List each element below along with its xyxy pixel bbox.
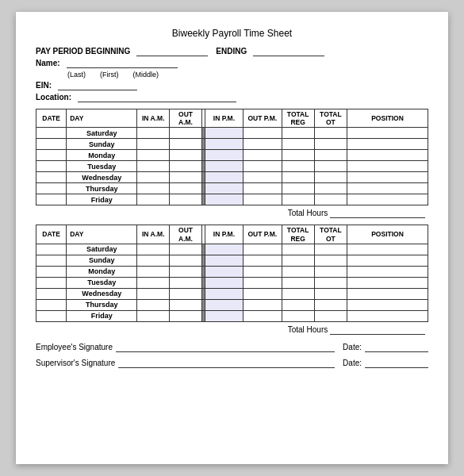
cell-out-pm-0-4[interactable] — [244, 172, 282, 183]
cell-total-reg-1-6[interactable] — [282, 310, 314, 321]
cell-position-1-5[interactable] — [347, 299, 428, 310]
cell-date-1-5[interactable] — [36, 299, 67, 310]
cell-total-ot-0-1[interactable] — [314, 139, 347, 150]
cell-out-pm-1-5[interactable] — [244, 299, 282, 310]
cell-total-reg-0-0[interactable] — [282, 128, 314, 139]
cell-total-reg-1-0[interactable] — [282, 244, 314, 255]
cell-date-1-0[interactable] — [36, 244, 67, 255]
cell-out-am-1-6[interactable] — [170, 310, 202, 321]
cell-position-1-2[interactable] — [347, 266, 428, 277]
cell-position-0-1[interactable] — [347, 139, 428, 150]
employee-date-field[interactable] — [365, 343, 428, 352]
cell-out-am-0-4[interactable] — [170, 172, 202, 183]
cell-total-ot-0-4[interactable] — [314, 172, 347, 183]
cell-out-pm-0-2[interactable] — [244, 150, 282, 161]
cell-total-reg-0-6[interactable] — [282, 194, 314, 205]
cell-total-reg-0-2[interactable] — [282, 150, 314, 161]
cell-total-reg-0-5[interactable] — [282, 183, 314, 194]
cell-in-am-1-1[interactable] — [137, 255, 170, 266]
cell-total-ot-1-3[interactable] — [314, 277, 347, 288]
cell-date-0-2[interactable] — [36, 150, 67, 161]
cell-position-0-3[interactable] — [347, 161, 428, 172]
cell-total-reg-0-4[interactable] — [282, 172, 314, 183]
cell-total-ot-1-1[interactable] — [314, 255, 347, 266]
cell-in-pm-0-4[interactable] — [205, 172, 243, 183]
cell-out-am-1-1[interactable] — [170, 255, 202, 266]
cell-in-pm-0-1[interactable] — [205, 139, 243, 150]
cell-total-ot-0-5[interactable] — [314, 183, 347, 194]
cell-total-ot-0-0[interactable] — [314, 128, 347, 139]
cell-date-1-1[interactable] — [36, 255, 67, 266]
cell-position-1-4[interactable] — [347, 288, 428, 299]
cell-date-0-0[interactable] — [36, 128, 67, 139]
cell-total-ot-1-5[interactable] — [314, 299, 347, 310]
supervisor-date-field[interactable] — [365, 359, 428, 368]
cell-in-pm-1-6[interactable] — [205, 310, 243, 321]
cell-position-0-6[interactable] — [347, 194, 428, 205]
cell-total-reg-1-5[interactable] — [282, 299, 314, 310]
cell-out-am-0-3[interactable] — [170, 161, 202, 172]
cell-total-ot-0-6[interactable] — [314, 194, 347, 205]
cell-out-am-1-3[interactable] — [170, 277, 202, 288]
cell-total-reg-1-1[interactable] — [282, 255, 314, 266]
cell-in-am-1-3[interactable] — [137, 277, 170, 288]
cell-total-ot-1-2[interactable] — [314, 266, 347, 277]
cell-out-am-0-0[interactable] — [170, 128, 202, 139]
cell-total-ot-1-6[interactable] — [314, 310, 347, 321]
cell-in-pm-1-0[interactable] — [205, 244, 243, 255]
cell-date-1-3[interactable] — [36, 277, 67, 288]
cell-in-am-0-6[interactable] — [137, 194, 170, 205]
cell-out-am-1-2[interactable] — [170, 266, 202, 277]
cell-position-0-5[interactable] — [347, 183, 428, 194]
cell-total-ot-1-4[interactable] — [314, 288, 347, 299]
cell-out-pm-1-1[interactable] — [244, 255, 282, 266]
cell-total-ot-1-0[interactable] — [314, 244, 347, 255]
cell-out-am-0-6[interactable] — [170, 194, 202, 205]
cell-in-pm-1-4[interactable] — [205, 288, 243, 299]
cell-total-ot-0-3[interactable] — [314, 161, 347, 172]
cell-out-pm-1-3[interactable] — [244, 277, 282, 288]
cell-position-0-0[interactable] — [347, 128, 428, 139]
cell-in-am-0-3[interactable] — [137, 161, 170, 172]
location-field[interactable] — [78, 93, 236, 102]
cell-out-pm-0-1[interactable] — [244, 139, 282, 150]
cell-out-am-0-5[interactable] — [170, 183, 202, 194]
cell-total-reg-1-3[interactable] — [282, 277, 314, 288]
cell-out-am-1-0[interactable] — [170, 244, 202, 255]
cell-position-1-0[interactable] — [347, 244, 428, 255]
cell-position-1-6[interactable] — [347, 310, 428, 321]
ein-field[interactable] — [58, 81, 137, 90]
cell-in-pm-1-5[interactable] — [205, 299, 243, 310]
cell-out-pm-0-6[interactable] — [244, 194, 282, 205]
cell-total-reg-1-2[interactable] — [282, 266, 314, 277]
supervisor-sig-field[interactable] — [118, 359, 335, 368]
cell-in-pm-1-3[interactable] — [205, 277, 243, 288]
cell-in-am-0-1[interactable] — [137, 139, 170, 150]
cell-date-0-4[interactable] — [36, 172, 67, 183]
pay-period-end-field[interactable] — [253, 47, 324, 56]
cell-position-1-1[interactable] — [347, 255, 428, 266]
cell-in-pm-0-2[interactable] — [205, 150, 243, 161]
cell-total-ot-0-2[interactable] — [314, 150, 347, 161]
cell-out-pm-1-4[interactable] — [244, 288, 282, 299]
cell-date-1-4[interactable] — [36, 288, 67, 299]
cell-out-pm-0-0[interactable] — [244, 128, 282, 139]
pay-period-begin-field[interactable] — [136, 47, 208, 56]
cell-out-pm-0-5[interactable] — [244, 183, 282, 194]
cell-out-pm-1-2[interactable] — [244, 266, 282, 277]
cell-out-am-1-5[interactable] — [170, 299, 202, 310]
cell-in-am-1-2[interactable] — [137, 266, 170, 277]
name-field[interactable] — [67, 59, 178, 68]
cell-out-am-0-2[interactable] — [170, 150, 202, 161]
cell-position-0-4[interactable] — [347, 172, 428, 183]
cell-date-0-3[interactable] — [36, 161, 67, 172]
employee-sig-field[interactable] — [116, 343, 335, 352]
cell-out-pm-1-6[interactable] — [244, 310, 282, 321]
cell-in-am-0-4[interactable] — [137, 172, 170, 183]
cell-out-am-0-1[interactable] — [170, 139, 202, 150]
cell-total-reg-1-4[interactable] — [282, 288, 314, 299]
cell-in-pm-0-3[interactable] — [205, 161, 243, 172]
cell-total-reg-0-3[interactable] — [282, 161, 314, 172]
cell-date-0-6[interactable] — [36, 194, 67, 205]
cell-position-1-3[interactable] — [347, 277, 428, 288]
